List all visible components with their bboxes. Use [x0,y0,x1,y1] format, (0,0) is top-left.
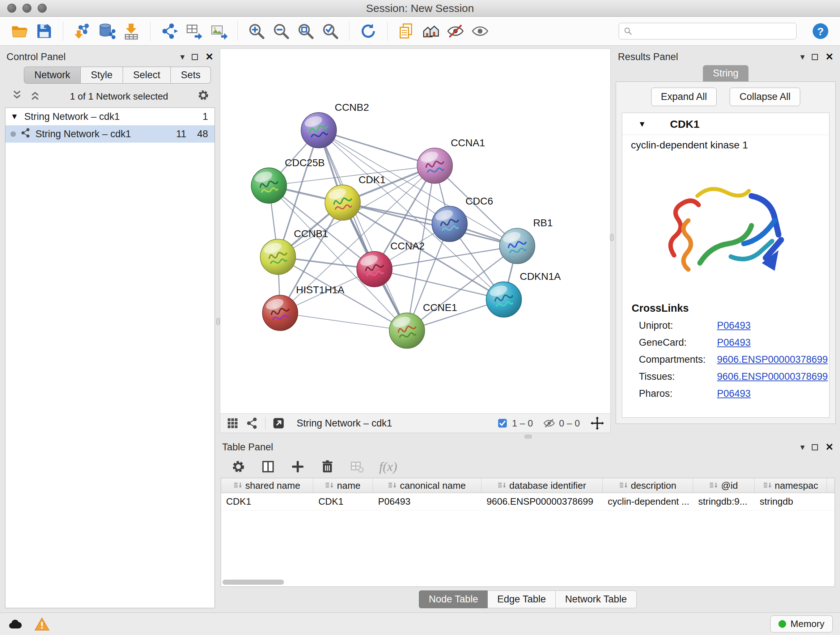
save-session-button[interactable] [33,20,55,42]
memory-button[interactable]: Memory [770,616,833,632]
search-input[interactable] [636,25,792,36]
pan-crosshair-icon[interactable] [590,416,605,431]
crosslink-link[interactable]: P06493 [717,337,751,348]
tab-node-table[interactable]: Node Table [419,591,488,608]
open-external-icon[interactable] [272,417,285,430]
network-options-gear-icon[interactable] [197,89,210,104]
tab-select[interactable]: Select [123,67,171,84]
column-header-shared-name[interactable]: shared name [221,478,313,493]
scrollbar-thumb[interactable] [223,580,284,585]
network-node-CCNB2[interactable]: CCNB2 [301,102,369,148]
network-node-CCNB1[interactable]: CCNB1 [260,228,328,274]
add-column-plus-icon[interactable] [290,459,305,474]
collapse-all-button[interactable]: Collapse All [729,88,800,106]
tab-network-table[interactable]: Network Table [556,591,637,608]
table-row[interactable]: CDK1CDK1P064939606.ENSP00000378699cyclin… [221,493,835,510]
zoom-in-button[interactable] [246,20,267,42]
table-cell[interactable]: stringdb [755,493,827,510]
network-node-RB1[interactable]: RB1 [500,218,553,264]
network-graph[interactable]: CCNB2CCNA1CDC25BCDK1CDC6RB1CCNB1CCNA2CDK… [220,49,610,413]
crosslink-link[interactable]: P06493 [717,388,751,399]
tab-sets[interactable]: Sets [171,67,211,84]
minimize-window-button[interactable] [22,4,32,13]
table-cell[interactable]: P06493 [373,493,482,510]
help-button[interactable]: ? [810,20,831,42]
expand-all-button[interactable]: Expand All [651,88,717,106]
table-cell[interactable]: CDK1 [221,493,313,510]
crosslink-link[interactable]: 9606.ENSP00000378699 [717,371,828,382]
collapse-all-networks-icon[interactable] [29,89,41,104]
network-edge-CCNB2-CCNA1[interactable] [319,130,435,166]
network-from-selection-button[interactable] [158,20,180,42]
import-network-file-button[interactable] [71,20,93,42]
panel-menu-icon[interactable]: ▾ [180,52,185,61]
tab-string[interactable]: String [703,65,749,81]
panel-float-icon[interactable] [192,54,198,60]
splitter-handle[interactable] [610,234,614,241]
panel-menu-icon[interactable]: ▾ [800,443,805,451]
network-node-HIST1H1A[interactable]: HIST1H1A [262,284,344,331]
zoom-out-button[interactable] [270,20,292,42]
panel-close-icon[interactable]: ✕ [825,442,834,452]
delete-table-icon[interactable] [349,459,365,474]
panel-close-icon[interactable]: ✕ [205,52,213,62]
apply-layout-button[interactable] [357,20,379,42]
section-expander-icon[interactable]: ▼ [638,119,647,129]
network-edge-CCNB2-CCNE1[interactable] [319,130,407,331]
panel-float-icon[interactable] [812,444,818,450]
column-header-namespac[interactable]: namespac [755,478,827,493]
column-header-name[interactable]: name [313,478,373,493]
import-table-button[interactable] [120,20,142,42]
panel-close-icon[interactable]: ✕ [825,52,834,62]
table-cell[interactable]: stringdb:9... [693,493,755,510]
crosslink-link[interactable]: 9606.ENSP00000378699 [717,354,828,365]
zoom-window-button[interactable] [38,4,47,13]
network-edge-CDK1-RB1[interactable] [343,203,517,246]
network-row[interactable]: String Network – cdk1 11 48 [5,125,215,143]
open-session-button[interactable] [9,20,30,42]
show-all-button[interactable] [469,20,491,42]
column-header--id[interactable]: @id [693,478,755,493]
network-collection-row[interactable]: ▼ String Network – cdk1 1 [5,108,215,125]
splitter-handle[interactable] [216,318,220,325]
hide-selected-button[interactable] [445,20,466,42]
network-edge-CCNA2-CDKN1A[interactable] [374,269,504,299]
network-node-CDK1[interactable]: CDK1 [325,174,386,220]
network-canvas[interactable]: CCNB2CCNA1CDC25BCDK1CDC6RB1CCNB1CCNA2CDK… [220,49,611,413]
export-image-button[interactable] [208,20,229,42]
zoom-fit-button[interactable] [295,20,317,42]
network-node-CCNA2[interactable]: CCNA2 [357,241,425,287]
show-columns-icon[interactable] [261,459,276,474]
table-cell[interactable]: CDK1 [313,493,373,510]
expand-all-networks-icon[interactable] [11,89,23,104]
cloud-icon[interactable] [7,616,23,632]
string-home-button[interactable] [420,20,442,42]
panel-menu-icon[interactable]: ▾ [800,52,805,61]
crosslink-link[interactable]: P06493 [717,320,751,331]
tab-network[interactable]: Network [24,67,81,84]
network-edge-HIST1H1A-CCNE1[interactable] [280,313,407,331]
column-header-description[interactable]: description [603,478,693,493]
network-node-CCNE1[interactable]: CCNE1 [389,302,457,348]
selected-checkbox-icon[interactable] [497,417,508,429]
hidden-eye-slash-icon[interactable] [543,417,555,429]
tab-edge-table[interactable]: Edge Table [488,591,556,608]
column-header-database-identifier[interactable]: database identifier [482,478,603,493]
panel-float-icon[interactable] [812,54,818,60]
network-node-CCNA1[interactable]: CCNA1 [417,137,485,184]
horizontal-splitter[interactable] [220,433,836,439]
table-settings-gear-icon[interactable] [231,459,246,474]
zoom-selected-button[interactable] [319,20,341,42]
delete-column-trash-icon[interactable] [320,459,335,474]
tree-expander-icon[interactable]: ▼ [11,112,20,121]
network-from-table-button[interactable] [183,20,205,42]
close-window-button[interactable] [7,4,16,13]
import-network-database-button[interactable] [96,20,118,42]
grid-view-icon[interactable] [226,417,239,430]
copy-document-button[interactable] [395,20,417,42]
protein-section-header[interactable]: ▼ CDK1 [622,113,829,135]
function-builder-icon[interactable]: f(x) [379,459,397,474]
network-glyph-icon[interactable] [246,417,259,430]
table-cell[interactable]: 9606.ENSP00000378699 [482,493,603,510]
network-node-CDKN1A[interactable]: CDKN1A [486,271,561,317]
